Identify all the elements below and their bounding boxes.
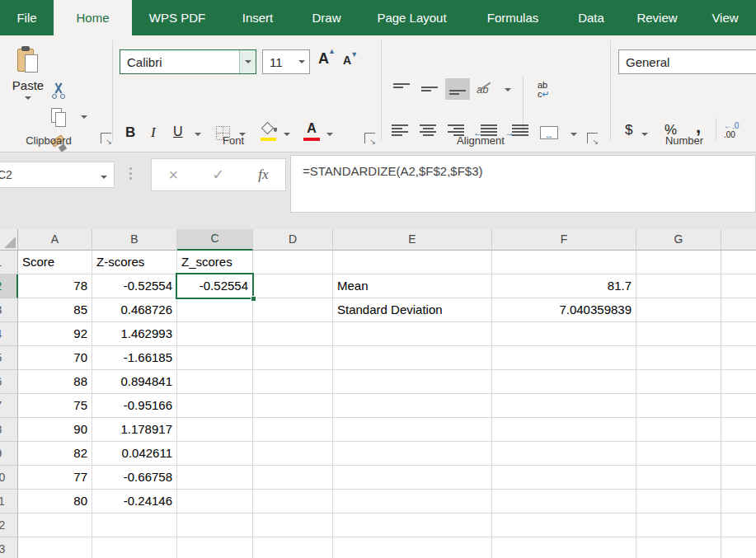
alignment-dialog-launcher[interactable]: ↘ [587,133,598,143]
cell-A7[interactable]: 75 [18,394,92,418]
cell-D2[interactable] [253,274,333,298]
cell-A13[interactable] [18,537,92,558]
cell-G7[interactable] [636,394,721,418]
cell-E8[interactable] [333,418,492,442]
cell-H8[interactable] [721,418,756,442]
fill-handle[interactable] [251,296,256,302]
cell-H13[interactable] [721,537,756,558]
cell-G3[interactable] [636,298,721,322]
cell-G10[interactable] [636,466,721,490]
cell-A2[interactable]: 78 [18,274,92,298]
cell-F11[interactable] [492,490,636,513]
cell-C1[interactable]: Z_scores [177,251,253,274]
row-header-2[interactable]: 2 [0,274,18,298]
row-header-8[interactable]: 8 [0,418,18,442]
cell-B7[interactable]: -0.95166 [92,394,177,418]
column-header-G[interactable]: G [636,229,721,251]
cell-A6[interactable]: 88 [18,370,92,394]
row-header-6[interactable]: 6 [0,370,18,394]
cell-F2[interactable]: 81.7 [492,274,636,298]
row-header-9[interactable]: 9 [0,442,18,466]
merge-center-dropdown-icon[interactable] [571,133,577,136]
cell-A5[interactable]: 70 [18,346,92,370]
row-header-10[interactable]: 10 [0,466,18,490]
cell-D3[interactable] [253,298,333,322]
cell-D5[interactable] [253,346,333,370]
align-left-button[interactable] [387,121,412,143]
column-header-B[interactable]: B [92,229,177,251]
formula-bar-handle[interactable] [129,167,132,180]
tab-data[interactable]: Data [562,0,620,35]
orientation-button[interactable]: ab [477,83,488,96]
name-box[interactable]: C2 [0,162,115,188]
cell-G13[interactable] [636,537,721,558]
cell-E3[interactable]: Standard Deviation [333,298,492,322]
cell-E2[interactable]: Mean [333,274,492,298]
row-header-12[interactable]: 12 [0,513,18,537]
cancel-button[interactable]: × [168,166,178,185]
cell-F7[interactable] [492,394,636,418]
grow-font-button[interactable]: A▲ [318,50,329,68]
cell-H12[interactable] [721,513,756,537]
cell-H5[interactable] [721,346,756,370]
insert-function-button[interactable]: fx [258,166,268,183]
cell-H9[interactable] [721,442,756,466]
cell-H2[interactable] [721,274,756,298]
font-size-dropdown-icon[interactable] [294,60,309,63]
cell-D6[interactable] [253,370,333,394]
copy-button[interactable] [51,108,68,128]
cell-G2[interactable] [636,274,721,298]
row-header-3[interactable]: 3 [0,298,18,322]
cell-F4[interactable] [492,322,636,346]
wrap-text-button[interactable]: ab c↵ [538,81,550,99]
cell-B12[interactable] [92,513,177,537]
cell-F3[interactable]: 7.040359839 [492,298,636,322]
shrink-font-button[interactable]: A▼ [343,54,351,67]
cell-B11[interactable]: -0.24146 [92,490,177,513]
cell-B9[interactable]: 0.042611 [92,442,177,466]
cell-H4[interactable] [721,322,756,346]
cell-A8[interactable]: 90 [18,418,92,442]
formula-input[interactable]: =STANDARDIZE(A2,$F$2,$F$3) [290,155,756,213]
cell-C10[interactable] [177,466,253,490]
cell-B2[interactable]: -0.52554 [92,274,177,298]
font-name-dropdown-icon[interactable] [239,50,256,73]
font-dialog-launcher[interactable]: ↘ [364,133,375,143]
cell-B3[interactable]: 0.468726 [92,298,177,322]
cell-F5[interactable] [492,346,636,370]
cell-D4[interactable] [253,322,333,346]
cell-D11[interactable] [253,490,333,513]
cell-A9[interactable]: 82 [18,442,92,466]
row-header-5[interactable]: 5 [0,346,18,370]
cell-A4[interactable]: 92 [18,322,92,346]
cell-B10[interactable]: -0.66758 [92,466,177,490]
paste-dropdown-icon[interactable] [25,96,31,100]
merge-center-button[interactable]: ↔ [540,126,558,139]
cell-A11[interactable]: 80 [18,490,92,513]
currency-button[interactable]: $ [625,122,632,138]
cell-B6[interactable]: 0.894841 [92,370,177,394]
font-color-button[interactable]: A [303,121,320,141]
cell-E10[interactable] [333,466,492,490]
cell-E11[interactable] [333,490,492,513]
cell-C12[interactable] [177,513,253,537]
row-header-1[interactable]: 1 [0,251,18,274]
cell-G6[interactable] [636,370,721,394]
cell-G8[interactable] [636,418,721,442]
column-header-C[interactable]: C [177,229,253,251]
cell-H3[interactable] [721,298,756,322]
cell-G11[interactable] [636,490,721,513]
tab-insert[interactable]: Insert [223,0,293,35]
tab-file[interactable]: File [0,0,54,35]
cell-E12[interactable] [333,513,492,537]
cell-F12[interactable] [492,513,636,537]
font-name-combo[interactable]: Calibri [120,49,256,74]
tab-page-layout[interactable]: Page Layout [360,0,463,35]
row-header-11[interactable]: 11 [0,490,18,513]
cell-F1[interactable] [492,251,636,274]
cell-A1[interactable]: Score [18,251,92,274]
cut-button[interactable] [51,82,66,99]
cell-B13[interactable] [92,537,177,558]
tab-home[interactable]: Home [54,0,132,35]
cell-C7[interactable] [177,394,253,418]
